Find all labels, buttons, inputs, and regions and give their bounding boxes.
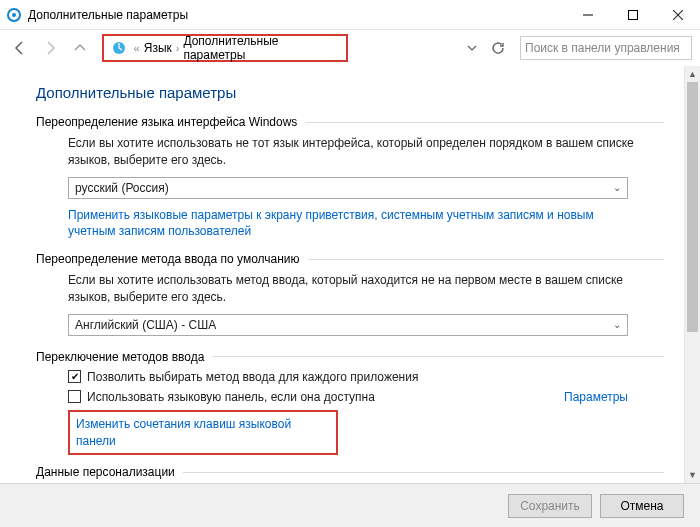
apply-to-welcome-link[interactable]: Применить языковые параметры к экрану пр… xyxy=(68,207,628,241)
language-bar-checkbox[interactable] xyxy=(68,390,81,403)
input-method-combo[interactable]: Английский (США) - США ⌄ xyxy=(68,314,628,336)
page-title: Дополнительные параметры xyxy=(36,84,664,101)
svg-point-1 xyxy=(12,13,16,17)
refresh-button[interactable] xyxy=(488,38,508,58)
globe-clock-icon xyxy=(110,39,128,57)
section-heading-override-input: Переопределение метода ввода по умолчани… xyxy=(36,252,664,266)
vertical-scrollbar[interactable]: ▲ ▼ xyxy=(684,66,700,483)
breadcrumb-item[interactable]: Дополнительные параметры xyxy=(183,34,340,62)
titlebar: Дополнительные параметры xyxy=(0,0,700,30)
content-area: Дополнительные параметры Переопределение… xyxy=(0,66,700,486)
combo-value: Английский (США) - США xyxy=(75,318,216,332)
search-input[interactable]: Поиск в панели управления xyxy=(520,36,692,60)
close-button[interactable] xyxy=(655,0,700,30)
cancel-button[interactable]: Отмена xyxy=(600,494,684,518)
chevron-down-icon: ⌄ xyxy=(613,182,621,193)
breadcrumb-item[interactable]: Язык xyxy=(144,41,172,55)
highlighted-link-box: Изменить сочетания клавиш языковой панел… xyxy=(68,410,338,456)
section-desc: Если вы хотите использовать не тот язык … xyxy=(68,135,664,169)
scroll-down-button[interactable]: ▼ xyxy=(685,467,700,483)
window-title: Дополнительные параметры xyxy=(28,8,565,22)
change-hotkeys-link[interactable]: Изменить сочетания клавиш языковой панел… xyxy=(76,416,330,450)
section-desc: Если вы хотите использовать метод ввода,… xyxy=(68,272,664,306)
forward-button[interactable] xyxy=(38,36,62,60)
display-language-combo[interactable]: русский (Россия) ⌄ xyxy=(68,177,628,199)
breadcrumb-dropdown[interactable] xyxy=(462,38,482,58)
footer: Сохранить Отмена xyxy=(0,483,700,527)
section-heading-personalization: Данные персонализации xyxy=(36,465,664,479)
maximize-button[interactable] xyxy=(610,0,655,30)
nav-row: « Язык › Дополнительные параметры Поиск … xyxy=(0,30,700,66)
breadcrumb[interactable]: « Язык › Дополнительные параметры xyxy=(102,34,348,62)
checkbox-label: Позволить выбирать метод ввода для каждо… xyxy=(87,370,628,384)
search-placeholder: Поиск в панели управления xyxy=(525,41,680,55)
scroll-up-button[interactable]: ▲ xyxy=(685,66,700,82)
scroll-thumb[interactable] xyxy=(687,82,698,332)
section-heading-override-lang: Переопределение языка интерфейса Windows xyxy=(36,115,664,129)
scroll-track[interactable] xyxy=(685,82,700,467)
language-bar-options-link[interactable]: Параметры xyxy=(564,390,628,404)
control-panel-icon xyxy=(6,7,22,23)
svg-rect-3 xyxy=(628,10,637,19)
chevron-down-icon: ⌄ xyxy=(613,319,621,330)
minimize-button[interactable] xyxy=(565,0,610,30)
combo-value: русский (Россия) xyxy=(75,181,169,195)
back-button[interactable] xyxy=(8,36,32,60)
per-app-input-checkbox[interactable] xyxy=(68,370,81,383)
section-heading-switch-methods: Переключение методов ввода xyxy=(36,350,664,364)
up-button[interactable] xyxy=(68,36,92,60)
chevron-right-icon: › xyxy=(176,42,180,54)
save-button[interactable]: Сохранить xyxy=(508,494,592,518)
chevron-left-icon: « xyxy=(134,42,140,54)
checkbox-label: Использовать языковую панель, если она д… xyxy=(87,390,564,404)
